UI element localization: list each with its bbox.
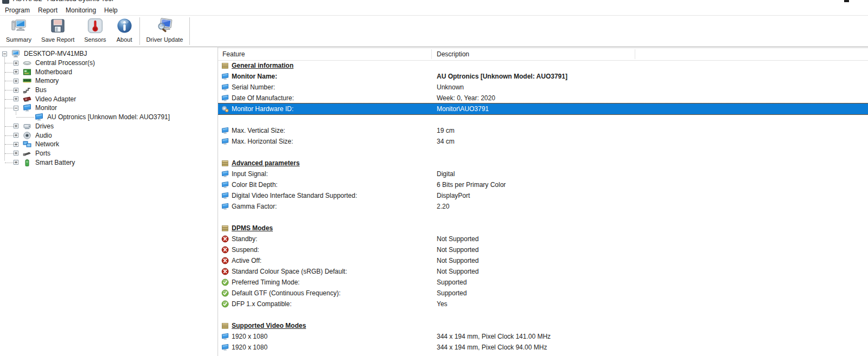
tree-item-drives[interactable]: Drives [0, 122, 218, 131]
toolbar-separator [189, 17, 190, 45]
tree-item-motherboard[interactable]: Motherboard [0, 67, 218, 76]
spacer-row [218, 114, 868, 125]
collapse-icon[interactable] [14, 106, 18, 111]
feature-cell: Max. Horizontal Size: [232, 138, 293, 145]
monitor-icon [221, 94, 229, 102]
tree-item-video-adapter[interactable]: Video Adapter [0, 94, 218, 103]
tree-item-label: Bus [34, 86, 48, 94]
window-control-icon[interactable] [844, 0, 849, 2]
toolbar-button-save-report[interactable]: Save Report [36, 16, 79, 47]
feature-cell: Supported Video Modes [232, 322, 306, 329]
toolbar-button-summary[interactable]: Summary [1, 16, 36, 47]
thermometer-icon [87, 17, 104, 34]
description-cell: Not Supported [437, 268, 478, 275]
section-row[interactable]: Advanced parameters [218, 158, 868, 169]
battery-icon [23, 158, 32, 167]
application-window: ASTRA32 - Advanced Sysinfo Tool ProgramR… [0, 0, 868, 356]
video-adapter-icon [23, 95, 32, 103]
expand-icon[interactable] [14, 79, 18, 83]
feature-cell: Monitor Hardware ID: [232, 105, 293, 113]
tree-item-au-optronics-unknown-model-auo3791[interactable]: AU Optronics [Unknown Model: AUO3791] [0, 113, 218, 122]
tree-item-memory[interactable]: Memory [0, 76, 218, 86]
tree-item-bus[interactable]: Bus [0, 86, 218, 95]
tree-item-network[interactable]: Network [0, 140, 218, 149]
menu-item-program[interactable]: Program [4, 6, 31, 15]
check-icon [221, 300, 229, 308]
toolbar-button-about[interactable]: About [111, 16, 138, 47]
tree-item-label: Motherboard [34, 68, 73, 76]
description-cell: 344 x 194 mm, Pixel Clock 94.00 MHz [437, 344, 547, 351]
tree-item-label: Monitor [34, 104, 58, 112]
feature-cell: Default GTF (Continuous Frequency): [232, 289, 341, 297]
monitor-icon [23, 103, 32, 112]
tree-item-label: Audio [34, 132, 53, 139]
column-divider[interactable] [431, 49, 432, 59]
tree-item-central-processor-s[interactable]: Central Processor(s) [0, 59, 218, 68]
expand-icon[interactable] [14, 88, 18, 93]
description-cell: AU Optronics [Unknown Model: AUO3791] [437, 73, 567, 80]
table-row[interactable]: Color Bit Depth:6 Bits per Primary Color [218, 179, 868, 190]
spacer-row [218, 309, 868, 320]
menu-item-help[interactable]: Help [103, 6, 119, 15]
table-row[interactable]: Default GTF (Continuous Frequency):Suppo… [218, 288, 868, 299]
feature-cell: Preferred Timing Mode: [232, 279, 299, 286]
column-header-description[interactable]: Description [437, 50, 469, 58]
table-row[interactable]: Active Off:Not Supported [218, 255, 868, 266]
table-row[interactable]: Monitor Name:AU Optronics [Unknown Model… [218, 71, 868, 82]
tree-item-desktop-mv41mbj[interactable]: DESKTOP-MV41MBJ [0, 49, 218, 59]
check-icon [221, 279, 229, 286]
expand-icon[interactable] [14, 96, 18, 101]
table-row[interactable]: Digital Video Interface Standard Support… [218, 190, 868, 201]
driver-update-icon [156, 17, 173, 34]
feature-cell: 1920 x 1080 [232, 344, 267, 351]
toolbar-button-driver-update[interactable]: Driver Update [142, 16, 188, 47]
table-row[interactable]: Standby:Not Supported [218, 234, 868, 244]
section-icon [221, 224, 229, 232]
table-row[interactable]: Monitor Hardware ID:Monitor\AUO3791 [218, 103, 868, 114]
table-row[interactable]: Date Of Manufacture:Week: 0, Year: 2020 [218, 93, 868, 103]
table-row[interactable]: Max. Horizontal Size:34 cm [218, 136, 868, 147]
table-row[interactable]: Serial Number:Unknown [218, 82, 868, 93]
tree-item-label: Memory [34, 77, 60, 85]
menu-item-monitoring[interactable]: Monitoring [65, 6, 97, 15]
toolbar-button-sensors[interactable]: Sensors [79, 16, 111, 47]
expand-icon[interactable] [14, 160, 18, 165]
collapse-icon[interactable] [2, 51, 7, 56]
feature-cell: Monitor Name: [232, 73, 277, 80]
table-row[interactable]: Input Signal:Digital [218, 169, 868, 179]
network-icon [23, 140, 32, 148]
table-row[interactable]: Suspend:Not Supported [218, 244, 868, 255]
table-row[interactable]: Standard Colour Space (sRGB) Default:Not… [218, 266, 868, 277]
table-row[interactable]: 1920 x 1080344 x 194 mm, Pixel Clock 94.… [218, 342, 868, 353]
column-divider[interactable] [635, 49, 635, 59]
table-row[interactable]: DFP 1.x Compatible:Yes [218, 299, 868, 309]
app-icon [2, 0, 9, 4]
expand-icon[interactable] [14, 69, 18, 74]
table-row[interactable]: Preferred Timing Mode:Supported [218, 277, 868, 288]
device-tree-panel: DESKTOP-MV41MBJCentral Processor(s)Mothe… [0, 47, 218, 356]
tree-item-smart-battery[interactable]: Smart Battery [0, 158, 218, 167]
expand-icon[interactable] [14, 61, 18, 66]
expand-icon[interactable] [14, 124, 18, 128]
section-row[interactable]: Supported Video Modes [218, 320, 868, 331]
feature-cell: Input Signal: [232, 170, 268, 178]
menu-item-report[interactable]: Report [37, 6, 59, 15]
section-row[interactable]: DPMS Modes [218, 223, 868, 234]
section-row[interactable]: General information [218, 60, 868, 71]
spacer-row [218, 212, 868, 223]
table-row[interactable]: Gamma Factor:2.20 [218, 201, 868, 212]
cross-icon [221, 246, 229, 254]
info-icon [116, 17, 133, 34]
table-row[interactable]: 1920 x 1080344 x 194 mm, Pixel Clock 141… [218, 331, 868, 342]
expand-icon[interactable] [14, 151, 18, 156]
table-row[interactable]: Max. Vertical Size:19 cm [218, 125, 868, 136]
expand-icon[interactable] [14, 133, 18, 138]
feature-cell: Gamma Factor: [232, 203, 277, 210]
check-icon [221, 289, 229, 297]
tree-item-monitor[interactable]: Monitor [0, 103, 218, 113]
tree-item-audio[interactable]: Audio [0, 131, 218, 140]
column-header-feature[interactable]: Feature [222, 50, 245, 58]
expand-icon[interactable] [14, 142, 18, 147]
description-cell: 344 x 194 mm, Pixel Clock 141.00 MHz [437, 333, 551, 340]
tree-item-ports[interactable]: Ports [0, 149, 218, 158]
